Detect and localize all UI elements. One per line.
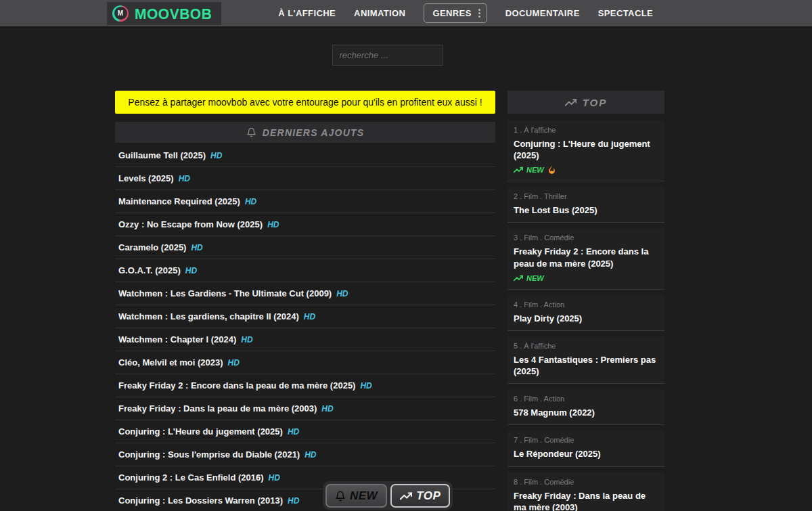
movie-title: Freaky Friday 2 : Encore dans la peau de… — [118, 380, 355, 391]
top-item-title: Conjuring : L'Heure du jugement (2025) — [514, 138, 658, 161]
logo-monogram-icon: M — [112, 5, 129, 22]
latest-additions-list: Guillaume Tell (2025) HD Levels (2025) H… — [115, 144, 495, 511]
movie-list-item[interactable]: Levels (2025) HD — [115, 167, 495, 190]
nav-item[interactable]: DOCUMENTAIRE — [505, 8, 580, 18]
trending-up-icon — [514, 165, 523, 175]
new-button[interactable]: NEW — [325, 484, 387, 508]
top-list-item[interactable]: 2 . Film . Thriller The Lost Bus (2025) — [508, 187, 664, 223]
movie-list-item[interactable]: Cléo, Melvil et moi (2023) HD — [115, 351, 495, 374]
movie-list-item[interactable]: Maintenance Required (2025) HD — [115, 190, 495, 213]
top-button[interactable]: TOP — [390, 484, 450, 508]
top-list-item[interactable]: 1 . À l'affiche Conjuring : L'Heure du j… — [508, 120, 664, 181]
logo-monogram-letter: M — [114, 7, 127, 20]
fire-icon — [547, 165, 556, 175]
movie-list-item[interactable]: G.O.A.T. (2025) HD — [115, 259, 495, 282]
movie-title: Conjuring : Sous l'emprise du Diable (20… — [118, 449, 300, 460]
search-row — [0, 45, 812, 66]
movie-list-item[interactable]: Guillaume Tell (2025) HD — [115, 144, 495, 167]
menu-dots-icon — [478, 9, 480, 18]
top-list-item[interactable]: 8 . Film . Comédie Freaky Friday : Dans … — [508, 472, 664, 511]
movie-title: Freaky Friday : Dans la peau de ma mère … — [118, 403, 317, 414]
movie-title: Caramelo (2025) — [118, 242, 186, 252]
nav-item[interactable]: SPECTACLE — [598, 8, 653, 18]
nav-item[interactable]: GENRES — [424, 3, 487, 23]
top-item-rank: 5 . À l'affiche — [514, 342, 658, 350]
top-list-item[interactable]: 7 . Film . Comédie Le Répondeur (2025) — [508, 430, 664, 466]
top-item-title: The Lost Bus (2025) — [514, 204, 658, 216]
top-item-badge: NEW — [514, 165, 658, 175]
nav-item-label: GENRES — [432, 8, 471, 18]
top-item-title: Le Répondeur (2025) — [514, 448, 658, 460]
top-list-item[interactable]: 5 . À l'affiche Les 4 Fantastiques : Pre… — [508, 336, 664, 384]
movie-list-item[interactable]: Freaky Friday : Dans la peau de ma mère … — [115, 397, 495, 420]
new-button-label: NEW — [350, 489, 378, 503]
top-item-rank: 4 . Film . Action — [514, 301, 658, 309]
content-area: Pensez à partager moovbob avec votre ent… — [115, 91, 664, 511]
hd-quality-badge: HD — [304, 450, 316, 460]
site-logo[interactable]: M MOOVBOB — [107, 2, 221, 25]
top-item-title: Les 4 Fantastiques : Premiers pas (2025) — [514, 354, 658, 377]
top-item-rank: 7 . Film . Comédie — [514, 436, 658, 444]
top-button-label: TOP — [416, 489, 441, 503]
movie-list-item[interactable]: Watchmen : Les Gardiens - The Ultimate C… — [115, 282, 495, 305]
latest-additions-header: DERNIERS AJOUTS — [115, 122, 495, 143]
hd-quality-badge: HD — [241, 335, 252, 345]
main-nav: À L'AFFICHE ANIMATION GENRES DOCUMENTAIR… — [278, 3, 653, 23]
hd-quality-badge: HD — [267, 220, 279, 229]
hd-quality-badge: HD — [179, 174, 190, 183]
top-list-item[interactable]: 4 . Film . Action Play Dirty (2025) — [508, 295, 664, 331]
movie-title: Watchmen : Les Gardiens - The Ultimate C… — [118, 288, 332, 298]
share-banner: Pensez à partager moovbob avec votre ent… — [115, 91, 495, 114]
logo-text: MOOVBOB — [135, 5, 212, 22]
movie-title: Maintenance Required (2025) — [118, 196, 240, 206]
top-item-rank: 8 . Film . Comédie — [514, 478, 658, 486]
top-item-rank: 6 . Film . Action — [514, 395, 658, 403]
hd-quality-badge: HD — [304, 312, 315, 321]
movie-list-item[interactable]: Conjuring : L'Heure du jugement (2025) H… — [115, 420, 495, 443]
top-item-rank: 3 . Film . Comédie — [514, 234, 658, 242]
top-list-item[interactable]: 3 . Film . Comédie Freaky Friday 2 : Enc… — [508, 228, 664, 289]
top-item-rank: 1 . À l'affiche — [514, 126, 658, 134]
movie-title: Levels (2025) — [118, 173, 174, 183]
nav-item[interactable]: ANIMATION — [354, 8, 405, 18]
top-title: TOP — [583, 97, 608, 108]
movie-list-item[interactable]: Caramelo (2025) HD — [115, 236, 495, 259]
hd-quality-badge: HD — [321, 404, 333, 414]
hd-quality-badge: HD — [360, 381, 371, 391]
new-badge-label: NEW — [526, 166, 544, 174]
hd-quality-badge: HD — [288, 496, 299, 506]
movie-title: Cléo, Melvil et moi (2023) — [118, 357, 223, 368]
top-navigation-bar: M MOOVBOB À L'AFFICHE ANIMATION GENRES D… — [0, 0, 812, 28]
top-list: 1 . À l'affiche Conjuring : L'Heure du j… — [508, 120, 664, 511]
movie-title: Ozzy : No Escape from Now (2025) — [118, 219, 263, 229]
top-item-badge: NEW — [514, 273, 658, 283]
hd-quality-badge: HD — [336, 289, 348, 298]
search-input[interactable] — [332, 45, 443, 66]
hd-quality-badge: HD — [245, 197, 256, 206]
bell-icon — [335, 491, 346, 502]
top-list-item[interactable]: 6 . Film . Action 578 Magnum (2022) — [508, 389, 664, 425]
latest-additions-title: DERNIERS AJOUTS — [263, 127, 365, 138]
movie-title: Conjuring : Les Dossiers Warren (2013) — [118, 495, 283, 506]
main-column: Pensez à partager moovbob avec votre ent… — [115, 91, 495, 511]
top-item-title: Freaky Friday : Dans la peau de ma mère … — [514, 490, 658, 511]
movie-list-item[interactable]: Freaky Friday 2 : Encore dans la peau de… — [115, 374, 495, 397]
movie-list-item[interactable]: Watchmen : Les gardiens, chapitre II (20… — [115, 305, 495, 328]
hd-quality-badge: HD — [191, 243, 202, 252]
nav-item-label: À L'AFFICHE — [278, 8, 336, 18]
hd-quality-badge: HD — [228, 358, 240, 368]
nav-item[interactable]: À L'AFFICHE — [278, 8, 336, 18]
hd-quality-badge: HD — [269, 473, 280, 483]
hd-quality-badge: HD — [210, 151, 222, 160]
trending-up-icon — [514, 273, 523, 283]
hd-quality-badge: HD — [288, 427, 299, 437]
floating-quick-buttons: NEW TOP — [323, 481, 453, 510]
movie-list-item[interactable]: Conjuring : Sous l'emprise du Diable (20… — [115, 443, 495, 466]
nav-item-label: SPECTACLE — [598, 8, 653, 18]
top-item-rank: 2 . Film . Thriller — [514, 192, 658, 200]
movie-title: Watchmen : Les gardiens, chapitre II (20… — [118, 311, 299, 321]
movie-list-item[interactable]: Ozzy : No Escape from Now (2025) HD — [115, 213, 495, 236]
new-badge-label: NEW — [526, 274, 544, 282]
top-item-title: Play Dirty (2025) — [514, 313, 658, 324]
movie-list-item[interactable]: Watchmen : Chapter I (2024) HD — [115, 328, 495, 351]
